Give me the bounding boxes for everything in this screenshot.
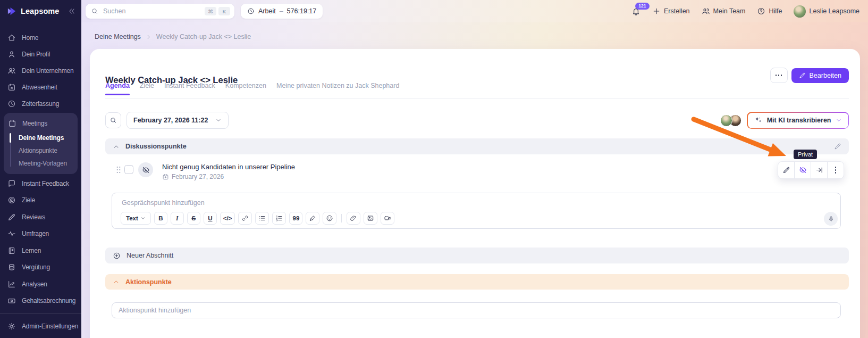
microphone-icon <box>828 216 835 222</box>
search-icon <box>91 7 98 15</box>
time-tracker-chip[interactable]: Arbeit – 576:19:17 <box>241 4 323 19</box>
quote-button[interactable]: 99 <box>289 212 302 225</box>
underline-button[interactable]: U <box>204 212 217 225</box>
sidebar-item-unternehmen[interactable]: Dein Unternehmen <box>0 62 81 79</box>
sidebar-item-abwesenheit[interactable]: Abwesenheit <box>0 79 81 95</box>
plus-circle-icon <box>113 252 121 260</box>
new-section-button[interactable]: Neuer Abschnitt <box>105 248 849 263</box>
notifications-button[interactable]: 121 <box>631 7 641 16</box>
sidebar-item-zeiterfassung[interactable]: Zeiterfassung <box>0 95 81 112</box>
tab-agenda[interactable]: Agenda <box>105 82 130 95</box>
help-label: Hilfe <box>769 7 782 15</box>
meeting-card: Bearbeiten Weekly Catch-up Jack <> Lesli… <box>90 49 860 338</box>
edit-section-pencil-icon[interactable] <box>834 143 841 150</box>
sidebar-divider <box>0 314 81 314</box>
toggle-private-button[interactable] <box>794 162 811 178</box>
highlight-pen-button[interactable] <box>306 212 319 225</box>
link-icon <box>241 215 249 222</box>
user-icon <box>7 50 16 59</box>
tab-ziele[interactable]: Ziele <box>140 82 154 95</box>
coins-icon <box>7 263 16 271</box>
action-items-section-header[interactable]: Aktionspunkte <box>105 274 849 290</box>
gear-icon <box>7 322 16 331</box>
participants-avatars[interactable] <box>720 114 741 127</box>
arrow-to-line-icon <box>815 166 823 174</box>
discussion-section-header[interactable]: Diskussionspunkte <box>105 138 849 154</box>
bullet-list-button[interactable] <box>255 212 269 225</box>
sidebar-item-lernen[interactable]: Lernen <box>0 242 81 259</box>
collapse-sidebar-icon[interactable] <box>68 7 76 15</box>
sidebar-item-profil[interactable]: Dein Profil <box>0 46 81 62</box>
sidebar-item-home[interactable]: Home <box>0 29 81 46</box>
item-title[interactable]: Nicht genug Kandidaten in unserer Pipeli… <box>162 163 295 171</box>
sidebar-item-ziele[interactable]: Ziele <box>0 192 81 209</box>
text-style-dropdown[interactable]: Text <box>121 212 151 225</box>
emoji-button[interactable] <box>323 212 336 225</box>
talking-point-input[interactable] <box>121 197 808 208</box>
search-input[interactable] <box>102 7 203 15</box>
bullet-list-icon <box>258 215 266 222</box>
toolbar-divider <box>341 214 342 222</box>
code-label: </> <box>223 215 232 221</box>
breadcrumb-current: Weekly Catch-up Jack <> Leslie <box>156 33 251 40</box>
dictate-button[interactable] <box>824 212 838 226</box>
sidebar-item-label: Gehaltsabrechnung <box>22 297 75 304</box>
italic-label: I <box>176 215 178 221</box>
sidebar-item-label: Dein Profil <box>22 51 50 58</box>
user-menu[interactable]: Leslie Leapsome <box>794 5 859 18</box>
action-item-input[interactable] <box>112 302 841 318</box>
chevron-up-icon[interactable] <box>113 278 120 285</box>
edit-button[interactable]: Bearbeiten <box>791 68 849 83</box>
calendar-icon <box>8 119 16 128</box>
code-button[interactable]: </> <box>220 212 235 225</box>
sidebar-subitem-aktionspunkte[interactable]: Aktionspunkte <box>10 144 78 157</box>
attachment-button[interactable] <box>347 212 360 225</box>
ai-transcribe-button[interactable]: Mit KI transkribieren <box>747 112 849 129</box>
chevron-up-icon[interactable] <box>113 143 120 150</box>
tab-kompetenzen[interactable]: Kompetenzen <box>225 82 266 95</box>
chevron-right-icon <box>146 34 151 40</box>
item-checkbox[interactable] <box>124 165 133 174</box>
bold-button[interactable]: B <box>154 212 167 225</box>
tab-instant-feedback[interactable]: Instant Feedback <box>164 82 215 95</box>
edit-item-button[interactable] <box>778 162 794 178</box>
sidebar-item-analysen[interactable]: Analysen <box>0 276 81 293</box>
pencil-icon <box>799 72 806 79</box>
italic-button[interactable]: I <box>171 212 184 225</box>
numbered-list-button[interactable] <box>272 212 286 225</box>
topbar-right: 121 Erstellen Mein Team Hilfe Leslie Lea… <box>631 5 859 18</box>
more-options-button[interactable] <box>770 68 788 83</box>
global-search[interactable]: ⌘ K <box>86 4 234 19</box>
insert-image-button[interactable] <box>364 212 377 225</box>
move-to-next-meeting-button[interactable] <box>811 162 827 178</box>
item-date: February 27, 2026 <box>172 173 224 180</box>
chevron-down-icon <box>140 216 146 221</box>
sidebar-subitem-deine-meetings[interactable]: Deine Meetings <box>10 131 78 144</box>
breadcrumb-parent[interactable]: Deine Meetings <box>95 33 141 40</box>
help-button[interactable]: Hilfe <box>757 7 782 15</box>
link-button[interactable] <box>238 212 252 225</box>
sidebar-item-reviews[interactable]: Reviews <box>0 209 81 226</box>
sidebar-item-instant-feedback[interactable]: Instant Feedback <box>0 175 81 192</box>
sidebar-item-meetings[interactable]: Meetings <box>4 115 78 131</box>
sidebar-item-umfragen[interactable]: Umfragen <box>0 226 81 243</box>
drag-handle-icon[interactable] <box>116 166 121 174</box>
agenda-search-button[interactable] <box>105 112 121 128</box>
item-date-row: February 27, 2026 <box>162 173 295 180</box>
item-text: Nicht genug Kandidaten in unserer Pipeli… <box>162 163 295 180</box>
my-team-button[interactable]: Mein Team <box>702 7 746 15</box>
meeting-datetime: February 27, 2026 11:22 <box>133 117 208 124</box>
item-more-options-button[interactable] <box>827 162 844 178</box>
app-window: Leapsome Home Dein Profil Dein Unternehm… <box>0 0 868 338</box>
insert-video-button[interactable] <box>381 212 394 225</box>
meeting-date-dropdown[interactable]: February 27, 2026 11:22 <box>127 112 229 129</box>
create-button[interactable]: Erstellen <box>652 7 690 15</box>
timer-separator: – <box>280 7 283 15</box>
sidebar-item-verguetung[interactable]: Vergütung <box>0 259 81 276</box>
strikethrough-button[interactable]: S <box>187 212 200 225</box>
shortcut-letter-key: K <box>218 7 230 15</box>
sidebar-subitem-meeting-vorlagen[interactable]: Meeting-Vorlagen <box>10 157 78 170</box>
sidebar-item-gehaltsabrechnung[interactable]: Gehaltsabrechnung <box>0 293 81 310</box>
tab-private-notes[interactable]: Meine privaten Notizen zu Jack Shephard <box>276 82 399 95</box>
sidebar-item-admin[interactable]: Admin-Einstellungen <box>0 318 81 334</box>
